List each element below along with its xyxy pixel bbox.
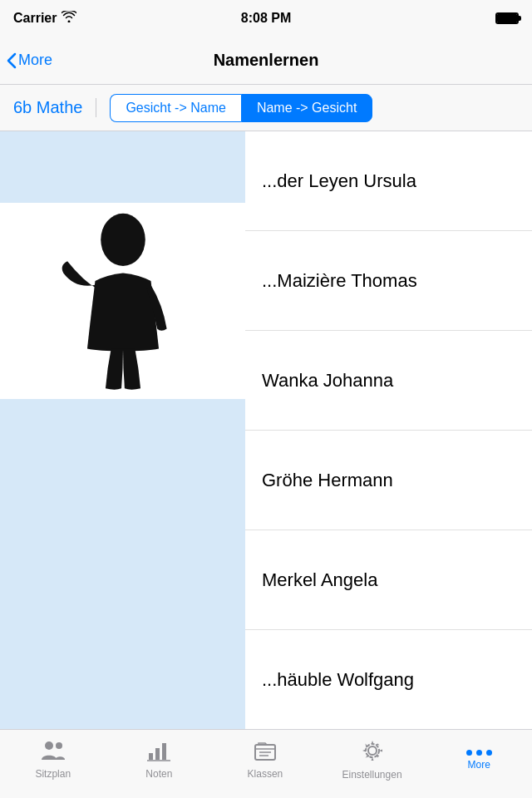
image-column <box>0 131 245 729</box>
person-silhouette <box>0 203 245 399</box>
status-bar-time: 8:08 PM <box>241 11 291 26</box>
back-label: More <box>18 52 52 69</box>
list-item[interactable]: ...Maizière Thomas <box>245 231 532 331</box>
tab-sitzplan-label: Sitzplan <box>35 768 71 780</box>
tab-noten[interactable]: Noten <box>130 740 188 780</box>
page-title: Namenlernen <box>214 51 319 70</box>
image-placeholder-top <box>0 131 245 203</box>
sitzplan-icon <box>40 740 66 765</box>
list-item-text: ...häuble Wolfgang <box>262 669 414 691</box>
list-item[interactable]: Gröhe Hermann <box>245 431 532 530</box>
image-placeholder-bottom <box>0 399 245 729</box>
dot1 <box>466 750 472 756</box>
einstellungen-icon <box>361 739 384 766</box>
filter-row: 6b Mathe Gesicht -> Name Name -> Gesicht <box>0 85 532 131</box>
list-item[interactable]: Merkel Angela <box>245 530 532 630</box>
list-item[interactable]: Wanka Johanna <box>245 331 532 431</box>
battery-icon <box>495 11 519 26</box>
more-icon <box>466 750 492 756</box>
list-item-text: Merkel Angela <box>262 569 377 591</box>
dot3 <box>486 750 492 756</box>
svg-point-0 <box>101 214 145 266</box>
svg-rect-4 <box>155 748 160 760</box>
tab-bar: Sitzplan Noten Klassen <box>0 729 532 798</box>
tab-klassen[interactable]: Klassen <box>236 740 294 780</box>
noten-icon <box>147 740 170 765</box>
status-bar-right <box>495 11 519 26</box>
carrier-label: Carrier <box>13 11 57 26</box>
name-to-face-button[interactable]: Name -> Gesicht <box>241 94 372 122</box>
face-to-name-button[interactable]: Gesicht -> Name <box>110 94 240 122</box>
list-item[interactable]: ...häuble Wolfgang <box>245 630 532 729</box>
main-content: ...der Leyen Ursula ...Maizière Thomas W… <box>0 131 532 729</box>
tab-einstellungen[interactable]: Einstellungen <box>342 739 402 781</box>
svg-rect-3 <box>149 753 153 760</box>
list-column: ...der Leyen Ursula ...Maizière Thomas W… <box>245 131 532 729</box>
status-bar-left: Carrier <box>13 11 76 26</box>
mode-toggle: Gesicht -> Name Name -> Gesicht <box>110 94 372 122</box>
list-item-text: ...der Leyen Ursula <box>262 170 416 192</box>
list-item-text: ...Maizière Thomas <box>262 270 417 292</box>
tab-more-label: More <box>467 759 490 771</box>
klassen-icon <box>253 740 278 765</box>
tab-einstellungen-label: Einstellungen <box>342 769 402 781</box>
tab-sitzplan[interactable]: Sitzplan <box>24 740 82 780</box>
list-item-text: Gröhe Hermann <box>262 470 393 491</box>
svg-point-2 <box>56 742 62 749</box>
tab-noten-label: Noten <box>145 768 172 780</box>
back-button[interactable]: More <box>7 52 52 69</box>
tab-klassen-label: Klassen <box>248 768 283 780</box>
class-label[interactable]: 6b Mathe <box>13 98 96 117</box>
status-bar: Carrier 8:08 PM <box>0 0 532 37</box>
nav-bar: More Namenlernen <box>0 37 532 85</box>
svg-point-11 <box>368 746 377 755</box>
tab-more[interactable]: More <box>450 750 508 771</box>
svg-rect-5 <box>162 743 166 760</box>
list-item[interactable]: ...der Leyen Ursula <box>245 131 532 231</box>
silhouette-svg <box>40 209 206 392</box>
dot2 <box>476 750 482 756</box>
wifi-icon <box>62 11 76 26</box>
list-item-text: Wanka Johanna <box>262 370 393 392</box>
svg-point-1 <box>45 741 53 750</box>
